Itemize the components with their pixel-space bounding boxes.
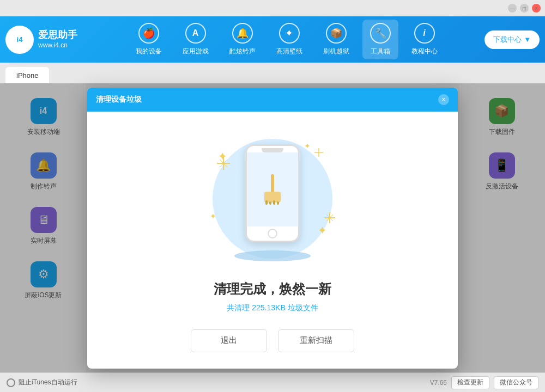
sparkle-1: ✦ bbox=[218, 150, 227, 163]
illustration-shadow bbox=[234, 250, 311, 261]
close-button[interactable]: × bbox=[532, 4, 541, 13]
device-tab-iphone[interactable]: iPhone bbox=[5, 67, 49, 83]
title-bar: — □ × bbox=[0, 0, 545, 16]
nav-label-my-device: 我的设备 bbox=[136, 47, 162, 56]
nav-icon-wallpapers: ✦ bbox=[279, 23, 300, 44]
logo-text: 爱思助手 www.i4.cn bbox=[38, 29, 77, 50]
nav-items: 🍎 我的设备 A 应用游戏 🔔 酷炫铃声 ✦ 高清壁纸 📦 刷机越狱 🔧 工具箱… bbox=[88, 20, 485, 59]
nav-item-wallpapers[interactable]: ✦ 高清壁纸 bbox=[269, 20, 310, 59]
wechat-official-button[interactable]: 微信公众号 bbox=[494, 376, 538, 389]
itunes-icon bbox=[7, 378, 15, 387]
svg-rect-0 bbox=[271, 174, 274, 193]
nav-item-toolbox[interactable]: 🔧 工具箱 bbox=[362, 20, 398, 59]
minimize-button[interactable]: — bbox=[508, 4, 517, 13]
sparkle-2: ✦ bbox=[304, 142, 311, 150]
nav-icon-apps-games: A bbox=[185, 23, 206, 44]
nav-label-jailbreak: 刷机越狱 bbox=[323, 47, 349, 56]
maximize-button[interactable]: □ bbox=[520, 4, 529, 13]
sparkle-3: ✦ bbox=[318, 224, 327, 237]
nav-icon-tutorials: i bbox=[414, 23, 435, 44]
exit-button[interactable]: 退出 bbox=[191, 329, 267, 352]
phone-home-button bbox=[268, 229, 277, 238]
app-name: 爱思助手 bbox=[38, 29, 77, 41]
svg-rect-5 bbox=[277, 201, 279, 205]
clean-device-modal: 清理设备垃圾 × bbox=[87, 88, 458, 369]
nav-item-my-device[interactable]: 🍎 我的设备 bbox=[128, 20, 169, 59]
nav-icon-toolbox: 🔧 bbox=[370, 23, 391, 44]
nav-label-tutorials: 教程中心 bbox=[411, 47, 438, 56]
svg-rect-3 bbox=[269, 201, 271, 205]
nav-item-tutorials[interactable]: i 教程中心 bbox=[404, 20, 445, 59]
success-prefix: 共清理 bbox=[227, 303, 252, 312]
main-content: i4 安装移动端 🔔 制作铃声 🖥 实时屏幕 ⚙ 屏蔽iOS更新 📦 下载固件 … bbox=[0, 83, 545, 372]
rescan-button[interactable]: 重新扫描 bbox=[278, 329, 354, 352]
modal-body: ✦ ✦ ✦ ✦ bbox=[87, 112, 458, 369]
nav-item-apps-games[interactable]: A 应用游戏 bbox=[175, 20, 216, 59]
success-suffix: 垃圾文件 bbox=[286, 303, 318, 312]
modal-overlay: 清理设备垃圾 × bbox=[0, 83, 545, 372]
success-subtitle: 共清理 225.13KB 垃圾文件 bbox=[227, 303, 318, 313]
svg-rect-2 bbox=[265, 200, 268, 205]
nav-label-toolbox: 工具箱 bbox=[371, 47, 390, 56]
top-nav: i4 爱思助手 www.i4.cn 🍎 我的设备 A 应用游戏 🔔 酷炫铃声 ✦… bbox=[0, 16, 545, 63]
status-left: 阻止iTunes自动运行 bbox=[7, 378, 426, 387]
phone-screen bbox=[247, 152, 298, 226]
nav-icon-ringtones: 🔔 bbox=[232, 23, 253, 44]
nav-icon-jailbreak: 📦 bbox=[326, 23, 347, 44]
success-size: 225.13KB bbox=[252, 303, 286, 312]
phone-notch bbox=[262, 148, 283, 152]
status-bar: 阻止iTunes自动运行 V7.66 检查更新 微信公众号 bbox=[0, 372, 545, 392]
modal-buttons: 退出 重新扫描 bbox=[191, 329, 354, 352]
broom-svg bbox=[259, 173, 286, 206]
itunes-status-text: 阻止iTunes自动运行 bbox=[19, 378, 77, 387]
download-center-button[interactable]: 下载中心 ▼ bbox=[485, 30, 540, 49]
nav-icon-my-device: 🍎 bbox=[138, 23, 159, 44]
status-right: V7.66 检查更新 微信公众号 bbox=[430, 376, 538, 389]
modal-header: 清理设备垃圾 × bbox=[87, 88, 458, 112]
version-text: V7.66 bbox=[430, 379, 447, 387]
nav-label-ringtones: 酷炫铃声 bbox=[229, 47, 256, 56]
nav-label-wallpapers: 高清壁纸 bbox=[276, 47, 302, 56]
illustration-phone bbox=[245, 144, 300, 242]
nav-item-ringtones[interactable]: 🔔 酷炫铃声 bbox=[222, 20, 263, 59]
success-title: 清理完成，焕然一新 bbox=[214, 280, 331, 298]
logo-icon: i4 bbox=[5, 26, 34, 54]
app-url: www.i4.cn bbox=[38, 41, 77, 50]
sparkle-4: ✦ bbox=[210, 212, 216, 220]
svg-rect-4 bbox=[273, 200, 275, 205]
nav-item-jailbreak[interactable]: 📦 刷机越狱 bbox=[316, 20, 357, 59]
logo-area: i4 爱思助手 www.i4.cn bbox=[5, 26, 77, 54]
modal-title: 清理设备垃圾 bbox=[96, 95, 142, 105]
modal-close-button[interactable]: × bbox=[438, 94, 449, 105]
check-update-button[interactable]: 检查更新 bbox=[451, 376, 489, 389]
phone-illustration: ✦ ✦ ✦ ✦ bbox=[202, 133, 343, 264]
nav-label-apps-games: 应用游戏 bbox=[183, 47, 209, 56]
tab-bar: iPhone bbox=[0, 63, 545, 83]
